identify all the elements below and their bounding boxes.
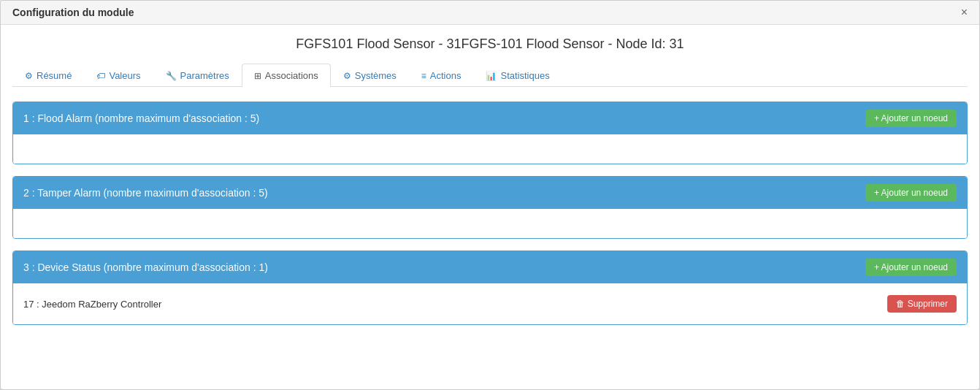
group-title-group3: 3 : Device Status (nombre maximum d'asso… [23,261,268,273]
modal-window: Configuration du module × FGFS101 Flood … [0,0,980,390]
group-body-group3: 17 : Jeedom RaZberry Controller🗑 Supprim… [13,283,967,324]
modal-title: Configuration du module [12,7,134,18]
tab-label-statistiques: Statistiques [500,70,549,81]
device-title: FGFS101 Flood Sensor - 31FGFS-101 Flood … [12,37,968,52]
add-node-button-group3[interactable]: + Ajouter un noeud [865,259,957,276]
tab-statistiques[interactable]: 📊Statistiques [473,64,562,87]
item-label-item1: 17 : Jeedom RaZberry Controller [23,299,161,310]
parametres-icon: 🔧 [166,71,177,81]
group-title-group1: 1 : Flood Alarm (nombre maximum d'associ… [23,112,259,124]
resume-icon: ⚙ [25,71,33,81]
association-item-item1: 17 : Jeedom RaZberry Controller🗑 Supprim… [23,291,957,317]
association-group-group2: 2 : Tamper Alarm (nombre maximum d'assoc… [12,176,968,239]
statistiques-icon: 📊 [486,71,497,81]
tab-actions[interactable]: ≡Actions [409,64,474,87]
actions-icon: ≡ [421,71,426,81]
tab-label-actions: Actions [430,70,462,81]
group-body-group1 [13,134,967,164]
valeurs-icon: 🏷 [96,71,105,81]
tab-associations[interactable]: ⊞Associations [242,64,331,87]
association-group-group1: 1 : Flood Alarm (nombre maximum d'associ… [12,102,968,164]
add-node-button-group2[interactable]: + Ajouter un noeud [865,184,957,202]
association-group-group3: 3 : Device Status (nombre maximum d'asso… [12,251,968,325]
tab-resume[interactable]: ⚙Résumé [12,64,84,87]
tab-label-associations: Associations [265,70,318,81]
tabs-container: ⚙Résumé🏷Valeurs🔧Paramètres⊞Associations⚙… [12,64,968,87]
modal-header: Configuration du module × [1,1,979,25]
add-node-button-group1[interactable]: + Ajouter un noeud [865,110,957,127]
tab-parametres[interactable]: 🔧Paramètres [153,64,242,87]
systemes-icon: ⚙ [343,71,351,81]
delete-button-item1[interactable]: 🗑 Supprimer [887,295,957,313]
group-header-group1: 1 : Flood Alarm (nombre maximum d'associ… [13,102,967,134]
content-area: 1 : Flood Alarm (nombre maximum d'associ… [12,99,968,340]
tab-label-systemes: Systèmes [355,70,397,81]
tab-valeurs[interactable]: 🏷Valeurs [84,64,153,87]
group-header-group2: 2 : Tamper Alarm (nombre maximum d'assoc… [13,177,967,209]
tab-systemes[interactable]: ⚙Systèmes [331,64,409,87]
group-body-group2 [13,209,967,238]
associations-icon: ⊞ [254,71,261,81]
modal-body: FGFS101 Flood Sensor - 31FGFS-101 Flood … [1,25,979,389]
group-header-group3: 3 : Device Status (nombre maximum d'asso… [13,251,967,283]
tab-label-parametres: Paramètres [180,70,229,81]
tab-label-valeurs: Valeurs [109,70,140,81]
tab-label-resume: Résumé [37,70,72,81]
group-title-group2: 2 : Tamper Alarm (nombre maximum d'assoc… [23,187,268,199]
modal-close-button[interactable]: × [961,7,968,18]
